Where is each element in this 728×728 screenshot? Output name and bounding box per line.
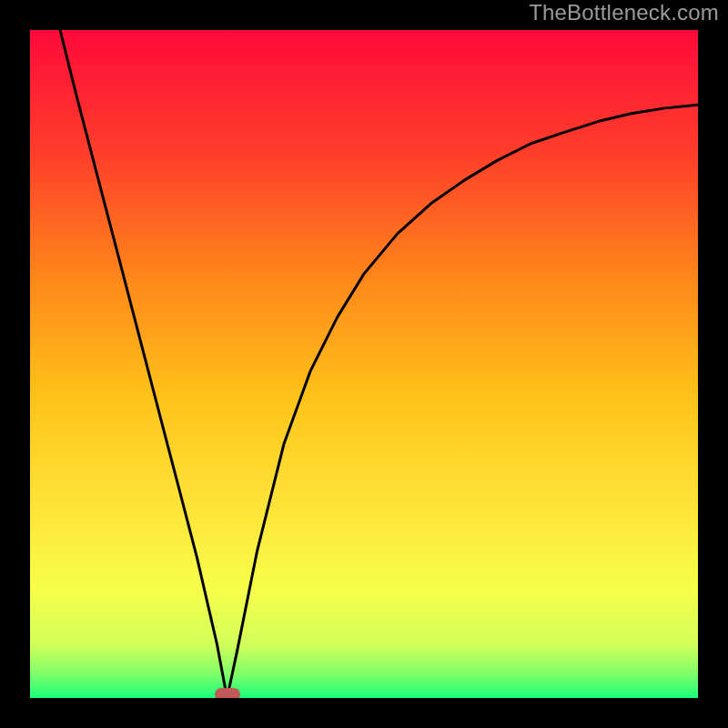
chart-frame: TheBottleneck.com <box>0 0 728 728</box>
curve-layer <box>30 30 698 698</box>
watermark-text: TheBottleneck.com <box>529 0 719 25</box>
minimum-marker <box>215 688 240 698</box>
bottleneck-curve <box>60 30 698 698</box>
plot-area <box>30 30 698 698</box>
